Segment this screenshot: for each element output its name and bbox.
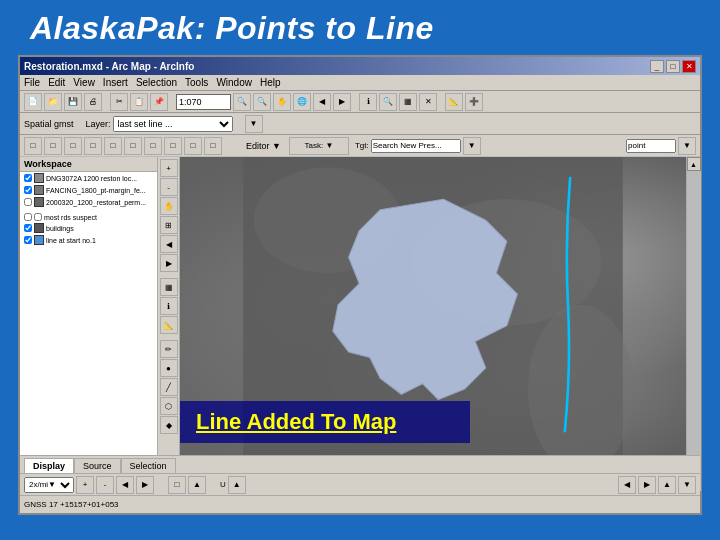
search-input[interactable]: [626, 139, 676, 153]
search-btn[interactable]: ▼: [678, 137, 696, 155]
print-button[interactable]: 🖨: [84, 93, 102, 111]
tab-display[interactable]: Display: [24, 458, 74, 473]
select-button[interactable]: ▦: [399, 93, 417, 111]
pan-button[interactable]: ✋: [273, 93, 291, 111]
tb3-btn-6[interactable]: □: [124, 137, 142, 155]
scale-input[interactable]: [176, 94, 231, 110]
rt-pan[interactable]: ✋: [160, 197, 178, 215]
copy-button[interactable]: 📋: [130, 93, 148, 111]
tab-source[interactable]: Source: [74, 458, 121, 473]
toc-color-0: [34, 173, 44, 183]
bt-back[interactable]: ◀: [116, 476, 134, 494]
map-area[interactable]: Line Added To Map: [180, 157, 686, 505]
menu-help[interactable]: Help: [260, 77, 281, 88]
editor-label: Editor ▼: [246, 141, 281, 151]
rt-zoom-in[interactable]: +: [160, 159, 178, 177]
toc-check-2[interactable]: [24, 198, 32, 206]
toc-check-1[interactable]: [24, 186, 32, 194]
rt-measure[interactable]: 📐: [160, 316, 178, 334]
identify-button[interactable]: ℹ: [359, 93, 377, 111]
open-button[interactable]: 📁: [44, 93, 62, 111]
add-data-button[interactable]: ➕: [465, 93, 483, 111]
target-input[interactable]: [371, 139, 461, 153]
tb3-btn-3[interactable]: □: [64, 137, 82, 155]
rt-sketch[interactable]: ✏: [160, 340, 178, 358]
layer-options-button[interactable]: ▼: [245, 115, 263, 133]
new-button[interactable]: 📄: [24, 93, 42, 111]
tb3-btn-10[interactable]: □: [204, 137, 222, 155]
tb3-btn-7[interactable]: □: [144, 137, 162, 155]
toc-item-5[interactable]: line at start no.1: [20, 234, 157, 246]
tb3-btn-8[interactable]: □: [164, 137, 182, 155]
fwd-extent-button[interactable]: ▶: [333, 93, 351, 111]
cut-button[interactable]: ✂: [110, 93, 128, 111]
back-extent-button[interactable]: ◀: [313, 93, 331, 111]
bt-u[interactable]: ▲: [228, 476, 246, 494]
tb3-btn-9[interactable]: □: [184, 137, 202, 155]
scroll-up-arrow[interactable]: ▲: [687, 157, 701, 171]
rt-back[interactable]: ◀: [160, 235, 178, 253]
tb3-btn-4[interactable]: □: [84, 137, 102, 155]
menu-insert[interactable]: Insert: [103, 77, 128, 88]
bt-zoom-out[interactable]: -: [96, 476, 114, 494]
rt-identify[interactable]: ℹ: [160, 297, 178, 315]
toc-item-1[interactable]: FANCING_1800_pt-margin_fe...: [20, 184, 157, 196]
rt-fwd[interactable]: ▶: [160, 254, 178, 272]
layer-dropdown[interactable]: last set line ...: [113, 116, 233, 132]
menu-selection[interactable]: Selection: [136, 77, 177, 88]
toc-label-5: line at start no.1: [46, 237, 96, 244]
toc-item-0[interactable]: DNG3072A 1200 reston loc...: [20, 172, 157, 184]
minimize-button[interactable]: _: [650, 60, 664, 73]
bt-zoom-in[interactable]: +: [76, 476, 94, 494]
toc-check-0[interactable]: [24, 174, 32, 182]
bt-right-2[interactable]: ▶: [638, 476, 656, 494]
tab-bar: Display Source Selection: [20, 455, 700, 473]
tb3-btn-5[interactable]: □: [104, 137, 122, 155]
toc-header: Workspace: [20, 157, 157, 172]
toc-item-2[interactable]: 2000320_1200_restorat_perm...: [20, 196, 157, 208]
target-label: Tgt:: [355, 141, 369, 150]
maximize-button[interactable]: □: [666, 60, 680, 73]
full-extent-button[interactable]: 🌐: [293, 93, 311, 111]
rt-point[interactable]: ●: [160, 359, 178, 377]
find-button[interactable]: 🔍: [379, 93, 397, 111]
menu-tools[interactable]: Tools: [185, 77, 208, 88]
paste-button[interactable]: 📌: [150, 93, 168, 111]
save-button[interactable]: 💾: [64, 93, 82, 111]
measure-button[interactable]: 📐: [445, 93, 463, 111]
zoom-in-button[interactable]: 🔍: [233, 93, 251, 111]
bt-right-3[interactable]: ▲: [658, 476, 676, 494]
bt-right-4[interactable]: ▼: [678, 476, 696, 494]
rt-full[interactable]: ⊞: [160, 216, 178, 234]
tb3-btn-2[interactable]: □: [44, 137, 62, 155]
layer-label: Layer:: [86, 119, 111, 129]
toc-check-5[interactable]: [24, 236, 32, 244]
menu-edit[interactable]: Edit: [48, 77, 65, 88]
zoom-out-button[interactable]: 🔍: [253, 93, 271, 111]
menu-file[interactable]: File: [24, 77, 40, 88]
menu-view[interactable]: View: [73, 77, 95, 88]
rt-polygon[interactable]: ⬡: [160, 397, 178, 415]
close-button[interactable]: ✕: [682, 60, 696, 73]
tb3-btn-1[interactable]: □: [24, 137, 42, 155]
rt-line[interactable]: ╱: [160, 378, 178, 396]
zoom-select[interactable]: 2x/mi▼: [24, 477, 74, 493]
rt-zoom-out[interactable]: -: [160, 178, 178, 196]
menu-window[interactable]: Window: [216, 77, 252, 88]
bt-right-1[interactable]: ◀: [618, 476, 636, 494]
clear-select-button[interactable]: ✕: [419, 93, 437, 111]
rt-select[interactable]: ▦: [160, 278, 178, 296]
toc-item-4[interactable]: buildings: [20, 222, 157, 234]
bt-pan[interactable]: □: [168, 476, 186, 494]
target-options-btn[interactable]: ▼: [463, 137, 481, 155]
toc-item-3[interactable]: most rds suspect: [20, 212, 157, 222]
toc-check-3[interactable]: [24, 213, 32, 221]
scroll-track-v[interactable]: [687, 171, 701, 491]
bt-select[interactable]: ▲: [188, 476, 206, 494]
bt-fwd[interactable]: ▶: [136, 476, 154, 494]
toc-check-3b[interactable]: [34, 213, 42, 221]
task-btn[interactable]: Task: ▼: [289, 137, 349, 155]
rt-vertex[interactable]: ◆: [160, 416, 178, 434]
toc-check-4[interactable]: [24, 224, 32, 232]
tab-selection[interactable]: Selection: [121, 458, 176, 473]
